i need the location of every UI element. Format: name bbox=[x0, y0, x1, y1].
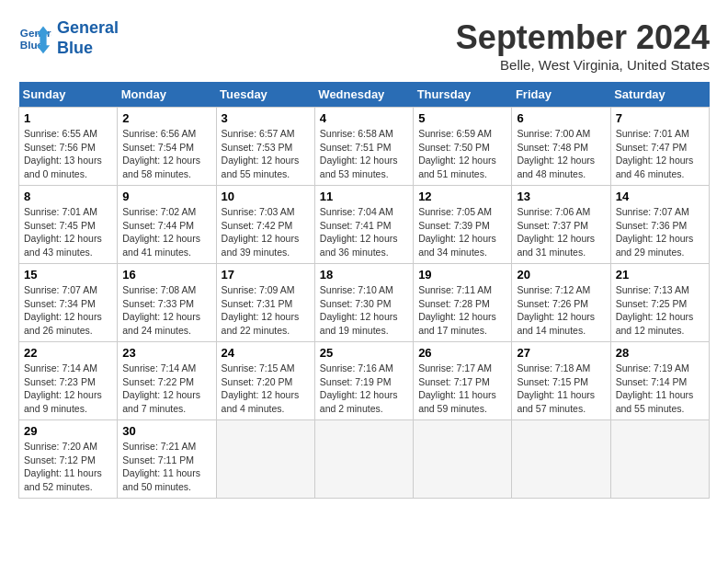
day-number: 25 bbox=[320, 346, 408, 360]
day-number: 22 bbox=[24, 346, 112, 360]
day-info: Sunrise: 7:14 AMSunset: 7:23 PMDaylight:… bbox=[24, 362, 112, 416]
day-cell: 21Sunrise: 7:13 AMSunset: 7:25 PMDayligh… bbox=[610, 264, 709, 342]
week-row-3: 15Sunrise: 7:07 AMSunset: 7:34 PMDayligh… bbox=[19, 264, 710, 342]
weekday-header-wednesday: Wednesday bbox=[314, 82, 413, 108]
day-number: 24 bbox=[222, 346, 310, 360]
day-number: 28 bbox=[616, 346, 704, 360]
day-info: Sunrise: 7:01 AMSunset: 7:47 PMDaylight:… bbox=[616, 127, 704, 181]
logo-line1: General bbox=[57, 18, 119, 37]
calendar-subtitle: Belle, West Virginia, United States bbox=[456, 57, 710, 73]
day-info: Sunrise: 7:07 AMSunset: 7:36 PMDaylight:… bbox=[616, 205, 704, 259]
day-info: Sunrise: 7:00 AMSunset: 7:48 PMDaylight:… bbox=[517, 127, 605, 181]
day-cell: 4Sunrise: 6:58 AMSunset: 7:51 PMDaylight… bbox=[314, 108, 413, 186]
day-cell: 28Sunrise: 7:19 AMSunset: 7:14 PMDayligh… bbox=[610, 342, 709, 420]
weekday-header-row: SundayMondayTuesdayWednesdayThursdayFrid… bbox=[19, 82, 710, 108]
day-cell: 13Sunrise: 7:06 AMSunset: 7:37 PMDayligh… bbox=[512, 186, 610, 264]
day-info: Sunrise: 7:08 AMSunset: 7:33 PMDaylight:… bbox=[122, 283, 210, 338]
day-number: 3 bbox=[222, 111, 310, 125]
day-cell: 25Sunrise: 7:16 AMSunset: 7:19 PMDayligh… bbox=[314, 342, 413, 420]
day-cell: 6Sunrise: 7:00 AMSunset: 7:48 PMDaylight… bbox=[512, 108, 610, 186]
day-info: Sunrise: 6:58 AMSunset: 7:51 PMDaylight:… bbox=[320, 127, 408, 181]
day-number: 20 bbox=[517, 268, 605, 282]
day-cell: 9Sunrise: 7:02 AMSunset: 7:44 PMDaylight… bbox=[118, 186, 216, 264]
day-info: Sunrise: 7:13 AMSunset: 7:25 PMDaylight:… bbox=[616, 283, 704, 338]
day-info: Sunrise: 7:04 AMSunset: 7:41 PMDaylight:… bbox=[320, 205, 408, 259]
day-info: Sunrise: 6:57 AMSunset: 7:53 PMDaylight:… bbox=[222, 127, 310, 181]
title-block: September 2024 Belle, West Virginia, Uni… bbox=[456, 18, 710, 73]
day-cell bbox=[414, 420, 512, 499]
week-row-5: 29Sunrise: 7:20 AMSunset: 7:12 PMDayligh… bbox=[19, 420, 710, 499]
day-cell: 20Sunrise: 7:12 AMSunset: 7:26 PMDayligh… bbox=[512, 264, 610, 342]
day-info: Sunrise: 7:17 AMSunset: 7:17 PMDaylight:… bbox=[418, 362, 506, 416]
day-cell: 29Sunrise: 7:20 AMSunset: 7:12 PMDayligh… bbox=[19, 420, 118, 499]
day-cell: 3Sunrise: 6:57 AMSunset: 7:53 PMDaylight… bbox=[216, 108, 314, 186]
day-cell: 7Sunrise: 7:01 AMSunset: 7:47 PMDaylight… bbox=[610, 108, 709, 186]
day-cell: 8Sunrise: 7:01 AMSunset: 7:45 PMDaylight… bbox=[19, 186, 118, 264]
day-info: Sunrise: 7:01 AMSunset: 7:45 PMDaylight:… bbox=[24, 205, 112, 259]
day-cell: 11Sunrise: 7:04 AMSunset: 7:41 PMDayligh… bbox=[314, 186, 413, 264]
day-info: Sunrise: 6:56 AMSunset: 7:54 PMDaylight:… bbox=[122, 127, 210, 181]
day-info: Sunrise: 7:05 AMSunset: 7:39 PMDaylight:… bbox=[418, 205, 506, 259]
day-cell: 18Sunrise: 7:10 AMSunset: 7:30 PMDayligh… bbox=[314, 264, 413, 342]
day-number: 13 bbox=[517, 190, 605, 203]
logo: General Blue General Blue bbox=[18, 18, 119, 58]
day-number: 18 bbox=[320, 268, 408, 282]
day-info: Sunrise: 7:11 AMSunset: 7:28 PMDaylight:… bbox=[418, 283, 506, 338]
day-cell bbox=[314, 420, 413, 499]
day-info: Sunrise: 7:06 AMSunset: 7:37 PMDaylight:… bbox=[517, 205, 605, 259]
calendar-table: SundayMondayTuesdayWednesdayThursdayFrid… bbox=[18, 82, 710, 499]
week-row-1: 1Sunrise: 6:55 AMSunset: 7:56 PMDaylight… bbox=[19, 108, 710, 186]
day-number: 1 bbox=[24, 111, 112, 125]
page-header: General Blue General Blue September 2024… bbox=[18, 18, 710, 73]
day-cell: 16Sunrise: 7:08 AMSunset: 7:33 PMDayligh… bbox=[118, 264, 216, 342]
day-number: 12 bbox=[418, 190, 506, 203]
day-info: Sunrise: 7:09 AMSunset: 7:31 PMDaylight:… bbox=[222, 283, 310, 338]
weekday-header-friday: Friday bbox=[512, 82, 610, 108]
day-number: 11 bbox=[320, 190, 408, 203]
day-cell bbox=[216, 420, 314, 499]
logo-icon: General Blue bbox=[18, 22, 51, 55]
weekday-header-saturday: Saturday bbox=[610, 82, 709, 108]
logo-text: General Blue bbox=[57, 18, 119, 58]
day-info: Sunrise: 6:59 AMSunset: 7:50 PMDaylight:… bbox=[418, 127, 506, 181]
day-cell: 22Sunrise: 7:14 AMSunset: 7:23 PMDayligh… bbox=[19, 342, 118, 420]
day-cell: 23Sunrise: 7:14 AMSunset: 7:22 PMDayligh… bbox=[118, 342, 216, 420]
day-number: 27 bbox=[517, 346, 605, 360]
day-number: 2 bbox=[122, 111, 210, 125]
day-number: 26 bbox=[418, 346, 506, 360]
day-info: Sunrise: 7:15 AMSunset: 7:20 PMDaylight:… bbox=[222, 362, 310, 416]
day-info: Sunrise: 7:03 AMSunset: 7:42 PMDaylight:… bbox=[222, 205, 310, 259]
day-number: 9 bbox=[122, 190, 210, 203]
weekday-header-monday: Monday bbox=[118, 82, 216, 108]
day-number: 14 bbox=[616, 190, 704, 203]
day-info: Sunrise: 7:07 AMSunset: 7:34 PMDaylight:… bbox=[24, 283, 112, 338]
day-cell bbox=[512, 420, 610, 499]
day-cell: 30Sunrise: 7:21 AMSunset: 7:11 PMDayligh… bbox=[118, 420, 216, 499]
weekday-header-thursday: Thursday bbox=[414, 82, 512, 108]
day-cell: 17Sunrise: 7:09 AMSunset: 7:31 PMDayligh… bbox=[216, 264, 314, 342]
day-info: Sunrise: 7:18 AMSunset: 7:15 PMDaylight:… bbox=[517, 362, 605, 416]
logo-line2: Blue bbox=[57, 39, 93, 57]
day-cell: 27Sunrise: 7:18 AMSunset: 7:15 PMDayligh… bbox=[512, 342, 610, 420]
day-cell: 5Sunrise: 6:59 AMSunset: 7:50 PMDaylight… bbox=[414, 108, 512, 186]
day-cell: 26Sunrise: 7:17 AMSunset: 7:17 PMDayligh… bbox=[414, 342, 512, 420]
calendar-title: September 2024 bbox=[456, 18, 710, 57]
day-info: Sunrise: 7:20 AMSunset: 7:12 PMDaylight:… bbox=[24, 440, 112, 494]
day-number: 10 bbox=[222, 190, 310, 203]
day-cell: 14Sunrise: 7:07 AMSunset: 7:36 PMDayligh… bbox=[610, 186, 709, 264]
day-info: Sunrise: 7:14 AMSunset: 7:22 PMDaylight:… bbox=[122, 362, 210, 416]
day-cell bbox=[610, 420, 709, 499]
day-info: Sunrise: 7:19 AMSunset: 7:14 PMDaylight:… bbox=[616, 362, 704, 416]
week-row-4: 22Sunrise: 7:14 AMSunset: 7:23 PMDayligh… bbox=[19, 342, 710, 420]
day-cell: 19Sunrise: 7:11 AMSunset: 7:28 PMDayligh… bbox=[414, 264, 512, 342]
day-info: Sunrise: 7:21 AMSunset: 7:11 PMDaylight:… bbox=[122, 440, 210, 494]
day-cell: 15Sunrise: 7:07 AMSunset: 7:34 PMDayligh… bbox=[19, 264, 118, 342]
day-number: 16 bbox=[122, 268, 210, 282]
day-number: 21 bbox=[616, 268, 704, 282]
day-info: Sunrise: 7:16 AMSunset: 7:19 PMDaylight:… bbox=[320, 362, 408, 416]
day-number: 8 bbox=[24, 190, 112, 203]
day-number: 15 bbox=[24, 268, 112, 282]
day-info: Sunrise: 7:12 AMSunset: 7:26 PMDaylight:… bbox=[517, 283, 605, 338]
week-row-2: 8Sunrise: 7:01 AMSunset: 7:45 PMDaylight… bbox=[19, 186, 710, 264]
day-info: Sunrise: 6:55 AMSunset: 7:56 PMDaylight:… bbox=[24, 127, 112, 181]
